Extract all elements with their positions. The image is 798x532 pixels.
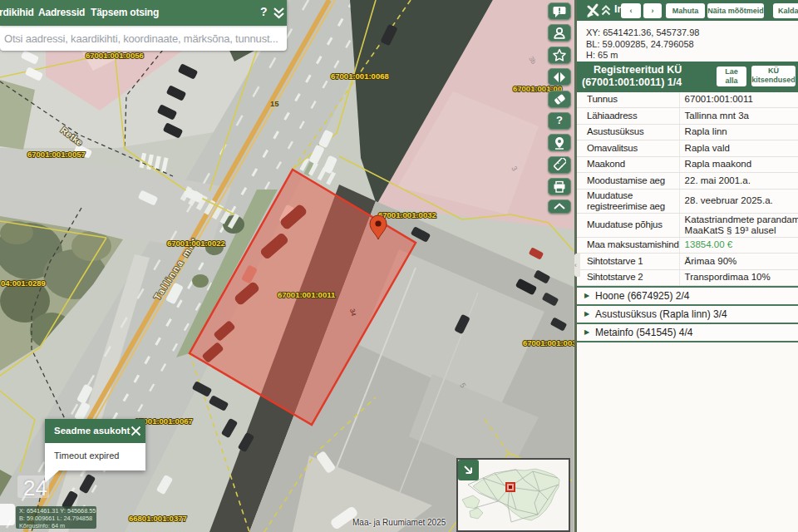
svg-text:67001:001:0011: 67001:001:0011 <box>278 290 336 299</box>
svg-text:67001:001:0032: 67001:001:0032 <box>378 210 436 219</box>
svg-text:66801:001:0377: 66801:001:0377 <box>129 514 187 523</box>
svg-text:67001:001:0022: 67001:001:0022 <box>167 239 225 248</box>
svg-text:15: 15 <box>270 99 279 108</box>
svg-text:04:001:0289: 04:001:0289 <box>1 278 46 288</box>
svg-text:67001:001:0037: 67001:001:0037 <box>523 338 581 347</box>
svg-text:67001:001:0057: 67001:001:0057 <box>27 150 86 159</box>
svg-text:67001:001:0068: 67001:001:0068 <box>331 71 389 81</box>
svg-text:67001:001:0056: 67001:001:0056 <box>86 51 144 60</box>
